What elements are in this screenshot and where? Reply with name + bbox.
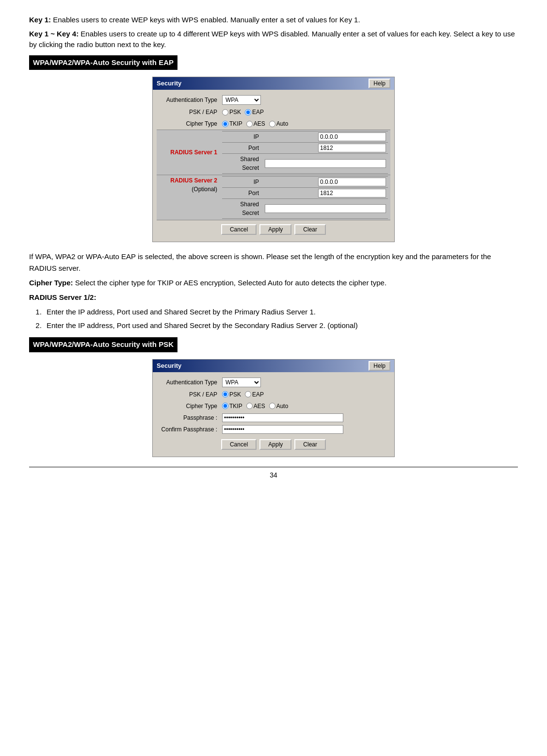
psk-radio[interactable]	[222, 109, 228, 115]
psk-psk-eap-row: PSK / EAP PSK EAP	[157, 389, 390, 400]
psk-auth-type-row: Authentication Type WPA	[157, 376, 390, 389]
passphrase-row: Passphrase :	[157, 412, 390, 424]
psk2-auto-label: Auto	[276, 402, 289, 411]
cipher-type-field: TKIP AES Auto	[220, 118, 390, 130]
radius1-secret-row: Shared Secret	[222, 154, 388, 174]
auto-radio[interactable]	[269, 121, 275, 127]
radius-list-item-2: Enter the IP address, Port used and Shar…	[44, 320, 518, 331]
psk-auto-option[interactable]: Auto	[269, 402, 289, 411]
eap-help-button[interactable]: Help	[369, 79, 390, 88]
secret-field2	[261, 199, 388, 219]
radius1-port-input[interactable]	[318, 144, 386, 152]
psk-eap-row: PSK / EAP PSK EAP	[157, 106, 390, 118]
psk-panel-title: Security	[157, 361, 181, 371]
psk-option[interactable]: PSK	[222, 108, 241, 116]
radius-term: RADIUS Server 1/2:	[29, 292, 518, 303]
radius1-ip-input[interactable]	[318, 132, 386, 141]
psk-settings-table: Authentication Type WPA PSK / EAP PSK	[157, 376, 390, 435]
psk-cipher-type-row: Cipher Type TKIP AES Auto	[157, 400, 390, 412]
secret-label1: Shared Secret	[222, 154, 261, 174]
auth-type-label: Authentication Type	[157, 94, 220, 106]
radius2-fields: IP Port Shared Secret	[220, 175, 390, 220]
psk2-aes-label: AES	[254, 402, 265, 411]
psk2-psk-radio[interactable]	[222, 391, 228, 397]
radius-label: RADIUS Server 1/2:	[29, 293, 96, 301]
cipher-type-label: Cipher Type	[157, 118, 220, 130]
eap-radio[interactable]	[245, 109, 251, 115]
radius-list-item-1: Enter the IP address, Port used and Shar…	[44, 306, 518, 318]
radius2-label: RADIUS Server 2 (Optional)	[157, 175, 220, 220]
eap-panel-titlebar: Security Help	[153, 77, 394, 90]
psk-eap-option[interactable]: EAP	[245, 390, 264, 399]
ip-label1: IP	[222, 131, 261, 143]
eap-panel: Security Help Authentication Type WPA PS…	[152, 77, 395, 242]
key1-text: Enables users to create WEP keys with WP…	[51, 16, 360, 24]
radius2-secret-input[interactable]	[265, 204, 386, 213]
radius2-section-row: RADIUS Server 2 (Optional) IP Port	[157, 175, 390, 220]
eap-clear-button[interactable]: Clear	[294, 224, 326, 235]
radius1-secret-input[interactable]	[265, 159, 386, 168]
psk2-tkip-radio[interactable]	[222, 403, 228, 409]
ip-field2	[261, 177, 388, 188]
psk-auth-type-select[interactable]: WPA	[222, 378, 261, 387]
eap-panel-title: Security	[157, 79, 181, 88]
psk2-aes-radio[interactable]	[246, 403, 253, 409]
confirm-passphrase-row: Confirm Passphrase :	[157, 424, 390, 435]
psk-psk-eap-options: PSK EAP	[222, 390, 388, 399]
psk-aes-option[interactable]: AES	[246, 402, 265, 411]
radius1-subtable: IP Port Shared Secret	[222, 131, 388, 174]
psk-label: PSK	[229, 108, 241, 116]
section1-header: WPA/WPA2/WPA-Auto Security with EAP	[29, 55, 518, 77]
psk2-eap-radio[interactable]	[245, 391, 251, 397]
eap-apply-button[interactable]: Apply	[259, 224, 291, 235]
eap-label: EAP	[252, 108, 264, 116]
ip-field1	[261, 131, 388, 143]
aes-option[interactable]: AES	[246, 119, 265, 128]
radius2-ip-input[interactable]	[318, 178, 386, 186]
psk-cancel-button[interactable]: Cancel	[221, 439, 257, 450]
psk-help-button[interactable]: Help	[369, 361, 390, 371]
eap-option[interactable]: EAP	[245, 108, 264, 116]
psk2-auto-radio[interactable]	[269, 403, 275, 409]
page-footer: 34	[29, 467, 518, 480]
radius2-ip-row: IP	[222, 177, 388, 188]
confirm-passphrase-label: Confirm Passphrase :	[157, 424, 220, 435]
psk2-psk-label: PSK	[229, 390, 241, 399]
psk-eap-label: PSK / EAP	[157, 106, 220, 118]
tkip-radio[interactable]	[222, 121, 228, 127]
radius2-port-input[interactable]	[318, 189, 386, 197]
key14-label: Key 1 ~ Key 4:	[29, 30, 79, 38]
psk-auth-type-label: Authentication Type	[157, 376, 220, 389]
eap-panel-body: Authentication Type WPA PSK / EAP PSK	[153, 90, 394, 242]
eap-button-row: Cancel Apply Clear	[157, 220, 390, 238]
body-para1: If WPA, WPA2 or WPA-Auto EAP is selected…	[29, 251, 518, 274]
radius1-fields: IP Port Shared Secret	[220, 130, 390, 175]
radius2-secret-row: Shared Secret	[222, 199, 388, 219]
radius-list: Enter the IP address, Port used and Shar…	[44, 306, 518, 331]
psk-tkip-option[interactable]: TKIP	[222, 402, 242, 411]
auto-option[interactable]: Auto	[269, 119, 289, 128]
cipher-options: TKIP AES Auto	[222, 119, 388, 128]
auth-type-select[interactable]: WPA	[222, 95, 261, 105]
psk-panel: Security Help Authentication Type WPA PS…	[152, 359, 395, 457]
aes-radio[interactable]	[246, 121, 253, 127]
confirm-passphrase-input[interactable]	[222, 425, 343, 434]
psk-cipher-type-field: TKIP AES Auto	[220, 400, 390, 412]
tkip-label: TKIP	[229, 119, 242, 128]
eap-cancel-button[interactable]: Cancel	[221, 224, 257, 235]
psk-psk-option[interactable]: PSK	[222, 390, 241, 399]
cipher-type-term: Cipher Type:	[29, 279, 73, 287]
psk-eap-options: PSK EAP	[222, 108, 388, 116]
key14-text: Enables users to create up to 4 differen…	[29, 30, 515, 49]
confirm-passphrase-field	[220, 424, 390, 435]
psk-apply-button[interactable]: Apply	[259, 439, 291, 450]
tkip-option[interactable]: TKIP	[222, 119, 242, 128]
psk-clear-button[interactable]: Clear	[294, 439, 326, 450]
psk-button-row: Cancel Apply Clear	[157, 435, 390, 453]
radius1-section-row: RADIUS Server 1 IP Port	[157, 130, 390, 175]
intro-block: Key 1: Enables users to create WEP keys …	[29, 15, 518, 50]
passphrase-input[interactable]	[222, 413, 343, 422]
auth-type-field: WPA	[220, 94, 390, 106]
key1-label: Key 1:	[29, 16, 51, 24]
cipher-type-row: Cipher Type TKIP AES Auto	[157, 118, 390, 130]
